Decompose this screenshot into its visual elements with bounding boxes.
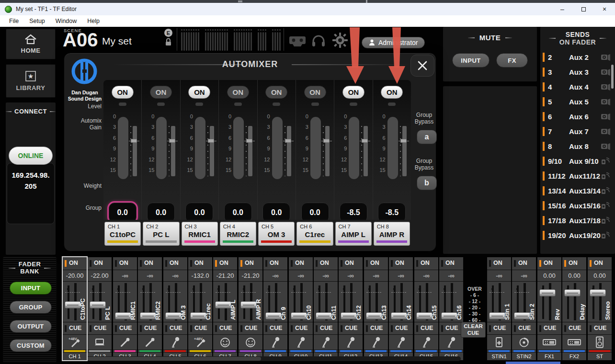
channel-fader[interactable]: RMIC1 xyxy=(113,282,137,322)
channel-icon-cell[interactable] xyxy=(163,335,187,350)
headphones-icon[interactable] xyxy=(311,34,326,48)
fader-knob[interactable] xyxy=(590,289,606,296)
weight-slider-track[interactable] xyxy=(133,126,137,176)
group-bypass-b-button[interactable]: b xyxy=(417,176,437,190)
weight-slider-track[interactable] xyxy=(171,126,175,176)
sends-item-aux-13-14[interactable]: 13/14Aux13/14 xyxy=(540,183,615,198)
channel-icon-cell[interactable] xyxy=(213,335,237,350)
channel-cue-button[interactable]: CUE xyxy=(213,322,237,334)
user-account-button[interactable]: Administrator xyxy=(362,37,425,48)
channel-fader[interactable]: Stereo xyxy=(588,282,612,322)
channel-on-button[interactable]: ON xyxy=(289,257,313,270)
channel-cue-button[interactable]: CUE xyxy=(289,322,313,334)
channel-on-button[interactable]: ON xyxy=(364,257,388,270)
fader-knob[interactable] xyxy=(416,312,433,319)
channel-on-button[interactable]: ON xyxy=(389,257,413,270)
automixer-close-button[interactable] xyxy=(410,55,434,77)
channel-on-button[interactable]: ON xyxy=(439,257,463,270)
sends-item-aux-9-10[interactable]: 9/10Aux 9/10 xyxy=(540,154,615,169)
channel-on-button[interactable]: ON xyxy=(487,257,511,270)
channel-icon-cell[interactable] xyxy=(314,335,338,350)
weight-slider-track[interactable] xyxy=(325,126,330,176)
recorder-icon[interactable] xyxy=(289,35,306,47)
channel-fader[interactable]: OM 3 xyxy=(163,282,187,322)
weight-slider-handle[interactable] xyxy=(400,139,407,143)
fader-track[interactable] xyxy=(549,283,551,320)
channel-name-plate[interactable]: CH 2PC L xyxy=(143,222,179,246)
channel-cue-button[interactable]: CUE xyxy=(439,322,463,334)
channel-icon-cell[interactable] xyxy=(364,335,388,350)
channel-on-button[interactable]: ON xyxy=(163,257,187,270)
channel-on-button[interactable]: ON xyxy=(113,257,137,270)
channel-icon-cell[interactable] xyxy=(138,335,162,350)
channel-cue-button[interactable]: CUE xyxy=(512,322,536,334)
weight-value[interactable]: 0.0 xyxy=(147,203,175,220)
channel-cue-button[interactable]: CUE xyxy=(364,322,388,334)
weight-slider-handle[interactable] xyxy=(323,139,330,143)
menu-item-setup[interactable]: Setup xyxy=(24,16,50,26)
channel-cue-button[interactable]: CUE xyxy=(487,322,511,334)
fader-knob[interactable] xyxy=(291,312,307,319)
channel-fader[interactable]: StIn 1 xyxy=(487,282,511,322)
weight-value[interactable]: -8.5 xyxy=(340,203,367,220)
weight-slider-handle[interactable] xyxy=(208,139,214,143)
menu-item-file[interactable]: File xyxy=(4,16,24,26)
channel-on-button[interactable]: ON xyxy=(138,257,162,270)
minimize-button[interactable]: – xyxy=(552,3,573,15)
weight-slider-handle[interactable] xyxy=(362,139,368,143)
channel-name-plate[interactable]: CH 5OM 3 xyxy=(258,222,295,246)
channel-fader[interactable]: Ch16 xyxy=(439,282,463,322)
scene-number[interactable]: A06 xyxy=(63,31,98,49)
channel-fader[interactable]: Rev xyxy=(537,282,561,322)
fader-knob[interactable] xyxy=(341,312,357,319)
sends-item-aux-15-16[interactable]: 15/16Aux15/16 xyxy=(540,198,615,213)
channel-on-button[interactable]: ON xyxy=(537,257,561,270)
channel-cue-button[interactable]: CUE xyxy=(188,322,212,334)
channel-icon-cell[interactable] xyxy=(88,335,112,350)
weight-value[interactable]: 0.0 xyxy=(262,203,290,220)
fader-knob[interactable] xyxy=(514,312,530,319)
automix-on-button[interactable]: ON xyxy=(381,86,403,99)
channel-fader[interactable]: Ch13 xyxy=(364,282,388,322)
channel-name-plate[interactable]: CH 7AIMP L xyxy=(335,222,372,246)
channel-icon-cell[interactable] xyxy=(389,335,413,350)
channel-cue-button[interactable]: CUE xyxy=(414,322,438,334)
channel-icon-cell[interactable] xyxy=(487,335,511,350)
channel-name-plate[interactable]: CH 8AIMP R xyxy=(374,222,410,246)
channel-icon-cell[interactable] xyxy=(588,335,612,350)
maximize-button[interactable] xyxy=(573,3,594,15)
channel-cue-button[interactable]: CUE xyxy=(537,322,561,334)
channel-fader[interactable]: Ch15 xyxy=(414,282,438,322)
fader-knob[interactable] xyxy=(489,312,505,319)
fader-knob[interactable] xyxy=(316,312,332,319)
channel-name-plate[interactable]: CH 3RMIC1 xyxy=(182,222,218,246)
channel-name-plate[interactable]: CH 4RMIC2 xyxy=(220,222,256,246)
weight-slider-track[interactable] xyxy=(364,126,368,176)
fader-knob[interactable] xyxy=(115,312,131,319)
sends-item-aux-17-18[interactable]: 17/18Aux17/18 xyxy=(540,213,615,228)
fader-knob[interactable] xyxy=(215,301,231,308)
sends-item-aux-3[interactable]: 3Aux 3 xyxy=(540,65,615,80)
channel-cue-button[interactable]: CUE xyxy=(314,322,338,334)
close-button[interactable]: × xyxy=(594,3,615,15)
channel-on-button[interactable]: ON xyxy=(239,257,262,270)
fader-knob[interactable] xyxy=(265,312,282,319)
mute-fx-button[interactable]: FX xyxy=(496,53,528,68)
sidebar-item-home[interactable]: HOME xyxy=(6,29,56,59)
automix-on-button[interactable]: ON xyxy=(188,86,210,99)
fader-track[interactable] xyxy=(574,283,576,320)
group-bypass-a-button[interactable]: a xyxy=(417,130,437,144)
automix-on-button[interactable]: ON xyxy=(265,86,287,99)
channel-cue-button[interactable]: CUE xyxy=(562,322,586,334)
channel-fader[interactable]: Delay xyxy=(562,282,586,322)
channel-on-button[interactable]: ON xyxy=(188,257,212,270)
channel-fader[interactable]: C1rec xyxy=(188,282,212,322)
weight-slider-handle[interactable] xyxy=(246,139,252,143)
channel-fader[interactable]: AIMP R xyxy=(239,282,262,322)
channel-icon-cell[interactable] xyxy=(289,335,313,350)
channel-fader[interactable]: RMIC2 xyxy=(138,282,162,322)
fader-knob[interactable] xyxy=(65,301,81,308)
channel-icon-cell[interactable]: +48V xyxy=(188,335,212,350)
sends-item-aux-6[interactable]: 6Aux 6 xyxy=(540,109,615,124)
sends-item-aux-19-20[interactable]: 19/20Aux19/20 xyxy=(540,228,615,243)
